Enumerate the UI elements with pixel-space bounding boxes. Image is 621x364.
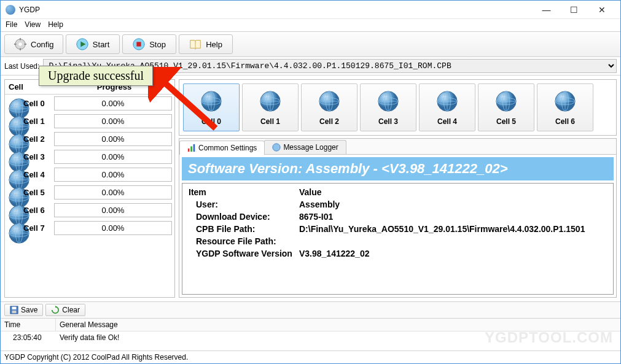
statusbar: YGDP Copyright (C) 2012 CoolPad All Righ… <box>1 350 620 363</box>
globe-icon <box>7 133 21 146</box>
chart-icon <box>187 144 196 152</box>
log-toolbar: Save Clear <box>1 301 620 319</box>
maximize-button[interactable]: ☐ <box>560 1 588 18</box>
progress-value: 0.00% <box>54 168 172 182</box>
save-button[interactable]: Save <box>4 304 43 316</box>
cell-card-label: Cell 4 <box>437 117 457 126</box>
progress-value: 0.00% <box>54 221 172 235</box>
cell-name: Cell 5 <box>23 188 54 197</box>
settings-key: Download Device: <box>186 211 297 223</box>
settings-key: CPB File Path: <box>186 223 297 235</box>
globe-icon <box>494 90 518 115</box>
globe-icon <box>377 90 400 115</box>
close-button[interactable]: ✕ <box>588 1 615 18</box>
cell-card[interactable]: Cell 1 <box>242 83 299 131</box>
tab-message-logger[interactable]: Message Logger <box>264 140 346 154</box>
watermark: YGDPTOOL.COM <box>485 329 613 346</box>
cell-name: Cell 2 <box>23 134 54 144</box>
config-button[interactable]: Config <box>4 34 63 54</box>
globe-small-icon <box>272 143 281 152</box>
menubar: File View Help <box>1 19 620 31</box>
globe-icon <box>7 168 21 182</box>
log-time: 23:05:40 <box>12 331 56 344</box>
svg-rect-88 <box>193 144 195 152</box>
globe-icon <box>7 115 21 128</box>
globe-icon <box>7 204 21 217</box>
settings-col-value: Value <box>297 186 609 198</box>
cell-name: Cell 1 <box>23 117 54 126</box>
cell-card[interactable]: Cell 4 <box>419 83 475 131</box>
settings-key: User: <box>186 198 297 211</box>
cell-card-label: Cell 5 <box>496 117 516 126</box>
log-col-time: Time <box>1 319 56 331</box>
cell-strip: Cell 0 Cell 1 Cell 2 Cell 3 Cell 4 Cell <box>179 79 617 136</box>
gear-icon <box>14 37 27 51</box>
settings-key: Resource File Path: <box>186 235 297 247</box>
svg-rect-92 <box>12 311 17 313</box>
software-version-banner: Software Version: Assembly - <V3.98_1412… <box>182 157 614 180</box>
upgrade-tooltip: Upgrade successful <box>39 66 153 86</box>
progress-value: 0.00% <box>54 203 172 217</box>
svg-rect-86 <box>188 149 190 152</box>
stop-icon <box>132 37 146 51</box>
book-icon <box>189 37 202 51</box>
progress-value: 0.00% <box>54 185 172 199</box>
toolbar: Config Start Stop Help <box>1 31 620 57</box>
disk-icon <box>10 306 18 314</box>
clear-button[interactable]: Clear <box>45 304 85 316</box>
globe-icon <box>553 90 577 115</box>
stop-button[interactable]: Stop <box>122 34 176 54</box>
settings-value <box>297 235 609 247</box>
globe-icon <box>7 186 21 199</box>
cell-card[interactable]: Cell 3 <box>360 83 416 131</box>
svg-point-89 <box>273 144 280 151</box>
lastused-label: Last Used: <box>4 62 39 71</box>
cell-name: Cell 3 <box>23 152 54 161</box>
progress-row: Cell 6 0.00% <box>5 201 174 219</box>
svg-rect-9 <box>137 42 141 46</box>
cell-card-label: Cell 1 <box>260 117 280 126</box>
globe-icon <box>7 222 21 235</box>
menu-view[interactable]: View <box>25 20 41 29</box>
help-button[interactable]: Help <box>179 34 233 54</box>
start-button[interactable]: Start <box>66 34 120 54</box>
settings-value: Assembly <box>297 198 609 211</box>
refresh-icon <box>51 306 60 314</box>
settings-value: 8675-I01 <box>297 211 609 223</box>
cell-name: Cell 6 <box>23 206 54 215</box>
titlebar: YGDP — ☐ ✕ <box>1 1 620 19</box>
progress-value: 0.00% <box>54 150 172 164</box>
cell-card-label: Cell 2 <box>319 117 339 126</box>
globe-icon <box>7 97 21 110</box>
svg-rect-87 <box>190 146 192 152</box>
tab-common-settings[interactable]: Common Settings <box>179 141 265 155</box>
globe-icon <box>7 150 21 164</box>
settings-row: User:Assembly <box>186 198 609 211</box>
menu-file[interactable]: File <box>6 20 17 29</box>
settings-col-item: Item <box>186 186 297 198</box>
cell-name: Cell 0 <box>23 99 54 108</box>
minimize-button[interactable]: — <box>533 1 560 18</box>
menu-help[interactable]: Help <box>48 20 63 29</box>
progress-row: Cell 5 0.00% <box>5 184 174 201</box>
globe-icon <box>318 90 341 115</box>
annotation-arrow <box>148 67 222 141</box>
svg-point-1 <box>18 42 22 46</box>
cell-card[interactable]: Cell 2 <box>301 83 357 131</box>
globe-icon <box>435 90 459 115</box>
cell-card[interactable]: Cell 5 <box>478 83 534 131</box>
play-icon <box>76 37 89 51</box>
svg-line-95 <box>157 76 216 128</box>
cell-card[interactable]: Cell 6 <box>537 83 593 131</box>
settings-value: V3.98_141222_02 <box>297 247 609 260</box>
progress-row: Cell 4 0.00% <box>5 166 174 184</box>
cell-card-label: Cell 6 <box>555 117 575 126</box>
cell-card-label: Cell 3 <box>378 117 398 126</box>
tabs-panel: Common Settings Message Logger Software … <box>179 138 617 298</box>
settings-row: Resource File Path: <box>186 235 609 247</box>
settings-row: Download Device:8675-I01 <box>186 211 609 223</box>
cell-name: Cell 7 <box>23 223 54 233</box>
app-icon <box>6 5 15 15</box>
window-title: YGDP <box>19 6 533 14</box>
globe-icon <box>259 90 282 115</box>
